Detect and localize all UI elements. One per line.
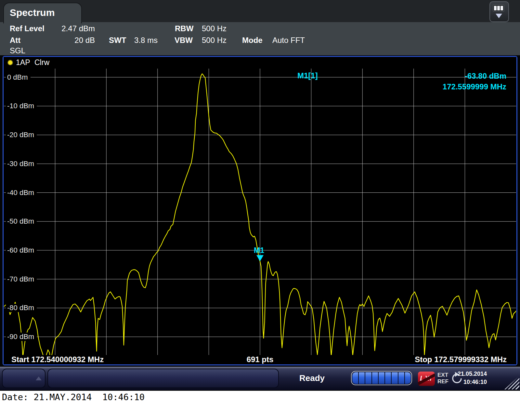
y-axis-label: -50 dBm (6, 217, 37, 226)
swt-value[interactable]: 3.8 ms (134, 36, 158, 45)
y-axis-label: -80 dBm (6, 304, 37, 312)
sgl-indicator: SGL (10, 46, 25, 55)
x-axis-bar: Start 172.540000932 MHz 691 pts Stop 172… (4, 355, 516, 364)
spectrum-trace-svg: M1 (4, 69, 516, 355)
y-axis-label: 0 dBm (6, 73, 31, 82)
measurement-frame: 1AP Clrw M1 0 dBm-10 dBm-20 dBm-30 dBm-4… (3, 56, 517, 365)
marker-triangle-icon[interactable] (256, 255, 264, 261)
ready-status: Ready (286, 373, 338, 383)
marker-readout-name: M1[1] (297, 71, 318, 80)
arrow-up-icon (36, 376, 42, 380)
marker-readout-values: -63.80 dBm 172.5599999 MHz (443, 71, 506, 92)
trace-info-bar: 1AP Clrw (4, 57, 516, 69)
att-value[interactable]: 20 dB (52, 36, 95, 45)
datetime-status: 21.05.2014 10:46:10 (454, 370, 487, 386)
stop-frequency-label: Stop 172.579999332 MHz (415, 355, 507, 364)
vbw-label: VBW (175, 36, 193, 45)
ref-level-label: Ref Level (10, 24, 45, 33)
y-axis-label: -30 dBm (6, 160, 37, 168)
progress-segment (405, 372, 411, 384)
mode-label: Mode (242, 36, 263, 45)
ref-level-value[interactable]: 2.47 dBm (52, 24, 95, 33)
y-axis-label: -60 dBm (6, 246, 37, 255)
y-axis-label: -40 dBm (6, 189, 37, 197)
progress-segment (352, 372, 358, 384)
progress-segment (372, 372, 378, 384)
progress-segment (385, 372, 391, 384)
att-label: Att (10, 36, 20, 45)
vbw-value[interactable]: 500 Hz (202, 36, 227, 45)
marker-level: -63.80 dBm (443, 71, 506, 81)
progress-segment (379, 372, 384, 384)
rbw-value[interactable]: 500 Hz (202, 24, 227, 33)
window-layout-icon (493, 5, 504, 11)
progress-segment (365, 372, 371, 384)
status-bar: Ready LXI EXT REF 21.05.2014 10:46:10 (0, 367, 520, 390)
rbw-label: RBW (175, 24, 193, 33)
trace-active-dot-icon (7, 60, 13, 65)
swt-label: SWT (109, 36, 126, 45)
spectrum-analyzer-screen: Spectrum Ref Level 2.47 dBm Att 20 dB SW… (0, 0, 520, 420)
y-axis-label: -20 dBm (6, 131, 37, 139)
display-layout-button[interactable] (489, 1, 509, 22)
y-axis-label: -10 dBm (6, 102, 37, 110)
resize-grip-icon[interactable] (504, 376, 519, 389)
sweep-progress-bar (351, 371, 412, 385)
status-message-field[interactable] (47, 369, 279, 388)
status-date: 21.05.2014 (454, 370, 487, 378)
status-time: 10:46:10 (454, 378, 487, 386)
marker-frequency: 172.5599999 MHz (443, 81, 506, 92)
trace-detector: Clrw (34, 58, 49, 67)
chevron-down-icon (496, 14, 502, 18)
hardcopy-date-line: Date: 21.MAY.2014 10:46:10 (2, 392, 145, 402)
progress-segment (398, 372, 404, 384)
progress-segment (392, 372, 397, 384)
mode-value[interactable]: Auto FFT (272, 36, 305, 45)
ext-label: EXT (437, 372, 448, 378)
spectrum-plot[interactable]: M1 0 dBm-10 dBm-20 dBm-30 dBm-40 dBm-50 … (4, 69, 516, 355)
trace-indicator: 1AP (16, 58, 30, 67)
tab-spectrum[interactable]: Spectrum (3, 3, 82, 23)
y-axis-label: -90 dBm (6, 333, 37, 341)
marker-flag-label: M1 (254, 246, 264, 255)
y-axis-label: -70 dBm (6, 275, 37, 283)
ext-ref-status: EXT REF (437, 372, 448, 385)
progress-segment (359, 372, 365, 384)
lxi-status-icon[interactable]: LXI (418, 372, 435, 386)
ref-label: REF (437, 378, 448, 385)
tab-spectrum-label: Spectrum (10, 7, 55, 18)
status-softkey-left[interactable] (2, 369, 46, 388)
